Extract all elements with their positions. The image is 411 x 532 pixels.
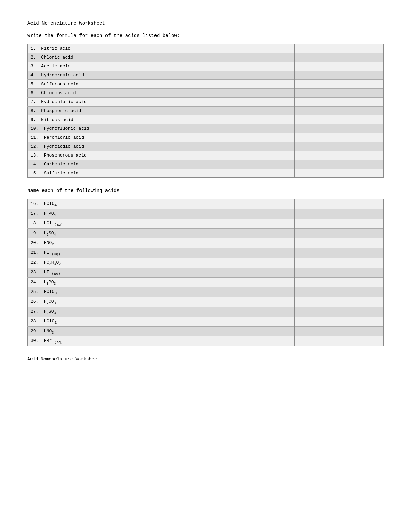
table-row: 1. Nitric acid — [28, 44, 384, 53]
acid-name: 1. Nitric acid — [28, 44, 295, 53]
table-row: 19. H2SO4 — [28, 228, 384, 238]
formula-cell: 29. HNO3 — [28, 326, 295, 336]
formula-cell: 28. HClO2 — [28, 317, 295, 327]
formula-cell: 30. HBr (aq) — [28, 336, 295, 346]
table-row: 7. Hydrochloric acid — [28, 98, 384, 107]
answer-cell[interactable] — [295, 160, 384, 169]
table-row: 8. Phosphoric acid — [28, 107, 384, 115]
answer-cell[interactable] — [295, 142, 384, 151]
answer-cell[interactable] — [295, 169, 384, 178]
answer-cell[interactable] — [295, 336, 384, 346]
table-row: 3. Acetic acid — [28, 62, 384, 71]
formula-cell: 20. HNO2 — [28, 238, 295, 248]
answer-cell[interactable] — [295, 62, 384, 71]
table-row: 13. Phosphorous acid — [28, 151, 384, 160]
answer-cell[interactable] — [295, 71, 384, 80]
table-row: 23. HF (aq) — [28, 268, 384, 278]
acid-name: 6. Chlorous acid — [28, 89, 295, 98]
table-row: 21. HI (aq) — [28, 248, 384, 258]
answer-cell[interactable] — [295, 115, 384, 124]
formula-cell: 18. HCl (aq) — [28, 219, 295, 229]
table-row: 16. HClO4 — [28, 199, 384, 209]
acid-name: 9. Nitrous acid — [28, 115, 295, 124]
table-row: 11. Perchloric acid — [28, 133, 384, 142]
answer-cell[interactable] — [295, 107, 384, 115]
acid-name: 7. Hydrochloric acid — [28, 98, 295, 107]
acid-name: 10. Hydrofluoric acid — [28, 124, 295, 133]
table-row: 15. Sulfuric acid — [28, 169, 384, 178]
answer-cell[interactable] — [295, 248, 384, 258]
answer-cell[interactable] — [295, 98, 384, 107]
table-row: 14. Carbonic acid — [28, 160, 384, 169]
table-row: 18. HCl (aq) — [28, 219, 384, 229]
formula-cell: 25. HClO3 — [28, 287, 295, 297]
table-row: 29. HNO3 — [28, 326, 384, 336]
acid-name: 4. Hydrobromic acid — [28, 71, 295, 80]
acid-name: 11. Perchloric acid — [28, 133, 295, 142]
answer-cell[interactable] — [295, 89, 384, 98]
part1-table: 1. Nitric acid 2. Chloric acid 3. Acetic… — [27, 44, 384, 178]
answer-cell[interactable] — [295, 80, 384, 89]
formula-cell: 24. H3PO3 — [28, 277, 295, 287]
table-row: 22. HC2H3O2 — [28, 258, 384, 268]
table-row: 2. Chloric acid — [28, 53, 384, 62]
answer-cell[interactable] — [295, 317, 384, 327]
acid-name: 13. Phosphorous acid — [28, 151, 295, 160]
table-row: 6. Chlorous acid — [28, 89, 384, 98]
table-row: 9. Nitrous acid — [28, 115, 384, 124]
answer-cell[interactable] — [295, 219, 384, 229]
table-row: 12. Hydroiodic acid — [28, 142, 384, 151]
answer-cell[interactable] — [295, 326, 384, 336]
table-row: 27. H2SO3 — [28, 307, 384, 317]
answer-cell[interactable] — [295, 209, 384, 219]
acid-name: 5. Sulfurous acid — [28, 80, 295, 89]
acid-name: 12. Hydroiodic acid — [28, 142, 295, 151]
formula-cell: 21. HI (aq) — [28, 248, 295, 258]
table-row: 4. Hydrobromic acid — [28, 71, 384, 80]
answer-cell[interactable] — [295, 268, 384, 278]
acid-name: 14. Carbonic acid — [28, 160, 295, 169]
acid-name: 3. Acetic acid — [28, 62, 295, 71]
formula-cell: 23. HF (aq) — [28, 268, 295, 278]
page-title: Acid Nomenclature Worksheet — [27, 21, 384, 26]
section2-instructions: Name each of the following acids: — [27, 188, 384, 194]
answer-cell[interactable] — [295, 297, 384, 307]
formula-cell: 22. HC2H3O2 — [28, 258, 295, 268]
table-row: 17. H3PO4 — [28, 209, 384, 219]
formula-cell: 26. H2CO3 — [28, 297, 295, 307]
part2-table: 16. HClO4 17. H3PO4 18. HCl (aq) 19. H2S… — [27, 199, 384, 346]
formula-cell: 19. H2SO4 — [28, 228, 295, 238]
table-row: 5. Sulfurous acid — [28, 80, 384, 89]
answer-cell[interactable] — [295, 44, 384, 53]
footer-title: Acid Nomenclature Worksheet — [27, 357, 384, 362]
answer-cell[interactable] — [295, 151, 384, 160]
answer-cell[interactable] — [295, 124, 384, 133]
table-row: 20. HNO2 — [28, 238, 384, 248]
answer-cell[interactable] — [295, 199, 384, 209]
acid-name: 15. Sulfuric acid — [28, 169, 295, 178]
answer-cell[interactable] — [295, 238, 384, 248]
table-row: 30. HBr (aq) — [28, 336, 384, 346]
answer-cell[interactable] — [295, 307, 384, 317]
acid-name: 8. Phosphoric acid — [28, 107, 295, 115]
table-row: 24. H3PO3 — [28, 277, 384, 287]
answer-cell[interactable] — [295, 277, 384, 287]
table-row: 26. H2CO3 — [28, 297, 384, 307]
table-row: 28. HClO2 — [28, 317, 384, 327]
answer-cell[interactable] — [295, 287, 384, 297]
table-row: 25. HClO3 — [28, 287, 384, 297]
answer-cell[interactable] — [295, 133, 384, 142]
acid-name: 2. Chloric acid — [28, 53, 295, 62]
answer-cell[interactable] — [295, 258, 384, 268]
formula-cell: 16. HClO4 — [28, 199, 295, 209]
answer-cell[interactable] — [295, 53, 384, 62]
section1-instructions: Write the formula for each of the acids … — [27, 33, 384, 38]
answer-cell[interactable] — [295, 228, 384, 238]
table-row: 10. Hydrofluoric acid — [28, 124, 384, 133]
formula-cell: 17. H3PO4 — [28, 209, 295, 219]
formula-cell: 27. H2SO3 — [28, 307, 295, 317]
